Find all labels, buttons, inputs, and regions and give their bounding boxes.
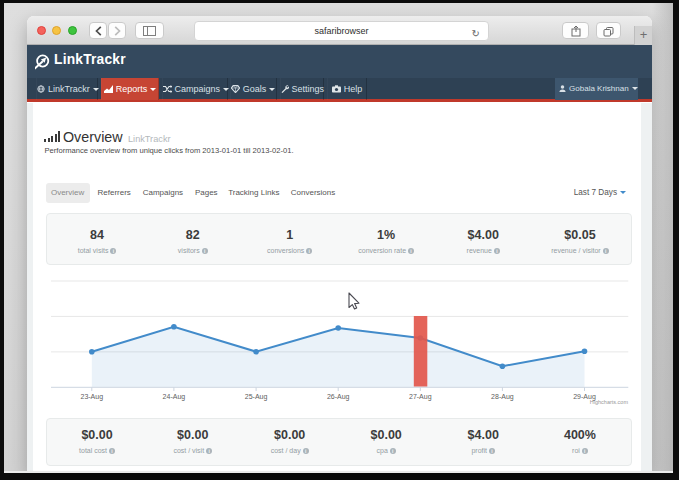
- svg-text:23-Aug: 23-Aug: [81, 393, 104, 401]
- svg-text:28-Aug: 28-Aug: [491, 393, 514, 401]
- svg-text:Highcharts.com: Highcharts.com: [590, 399, 629, 405]
- svg-text:26-Aug: 26-Aug: [327, 393, 350, 401]
- svg-text:24-Aug: 24-Aug: [163, 393, 186, 401]
- svg-text:25-Aug: 25-Aug: [245, 393, 268, 401]
- svg-text:27-Aug: 27-Aug: [409, 393, 432, 401]
